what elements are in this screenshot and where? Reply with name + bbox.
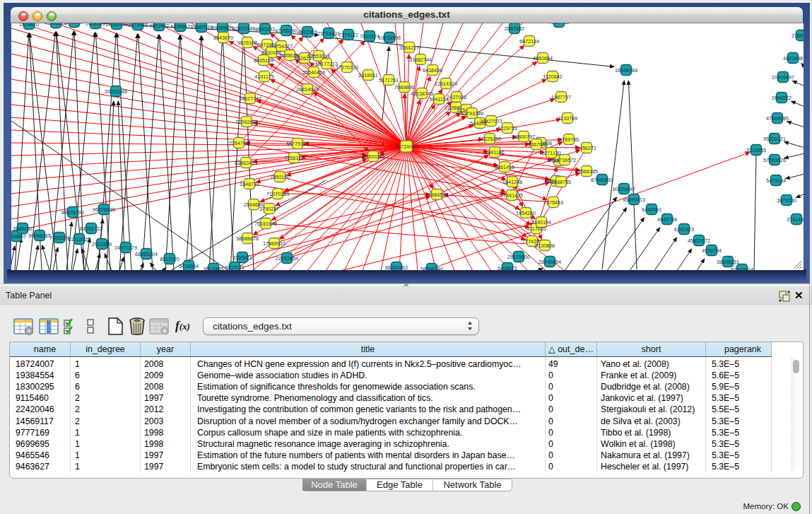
svg-text:4860684: 4860684 [533, 55, 553, 62]
svg-text:10872248: 10872248 [233, 25, 255, 32]
svg-text:4823498: 4823498 [783, 55, 803, 62]
svg-text:2140194: 2140194 [531, 219, 551, 226]
svg-text:3790237: 3790237 [259, 206, 279, 212]
svg-text:81016525: 81016525 [68, 236, 90, 243]
svg-text:63100814: 63100814 [731, 267, 753, 270]
svg-text:9517485: 9517485 [204, 266, 223, 270]
svg-text:6543670: 6543670 [213, 35, 233, 41]
svg-text:2571945: 2571945 [128, 23, 148, 28]
svg-text:96028436: 96028436 [93, 206, 115, 213]
svg-text:38538251: 38538251 [717, 259, 739, 265]
svg-text:4539704: 4539704 [702, 247, 722, 254]
svg-text:1120642: 1120642 [543, 74, 562, 80]
svg-text:57683626: 57683626 [763, 157, 786, 163]
svg-text:2458591: 2458591 [86, 23, 105, 27]
svg-text:2087682: 2087682 [505, 25, 524, 32]
svg-text:18724007: 18724007 [395, 144, 418, 150]
svg-text:1987737: 1987737 [551, 94, 571, 100]
svg-text:2166941: 2166941 [792, 33, 804, 39]
svg-text:38688676: 38688676 [236, 235, 259, 242]
svg-text:3741438: 3741438 [787, 216, 804, 223]
svg-text:5479144: 5479144 [766, 177, 786, 184]
svg-text:5418934: 5418934 [179, 263, 199, 269]
svg-text:8612220: 8612220 [160, 256, 180, 262]
svg-text:4903402: 4903402 [149, 23, 169, 29]
svg-text:3215955: 3215955 [746, 147, 766, 153]
svg-text:3684052: 3684052 [13, 226, 33, 232]
svg-text:20709497: 20709497 [772, 74, 794, 81]
svg-text:7358113: 7358113 [284, 155, 303, 161]
svg-text:87490893: 87490893 [591, 177, 613, 183]
svg-text:88320463: 88320463 [385, 264, 408, 270]
svg-text:60929647: 60929647 [613, 186, 635, 192]
svg-text:95320121: 95320121 [763, 136, 786, 142]
svg-text:65177213: 65177213 [315, 61, 338, 67]
svg-text:39587039: 39587039 [190, 24, 213, 30]
svg-text:89978790: 89978790 [61, 209, 84, 216]
svg-text:5456272: 5456272 [577, 145, 596, 151]
svg-text:27566185: 27566185 [575, 168, 598, 175]
svg-text:17270733: 17270733 [336, 64, 358, 71]
svg-text:90048665: 90048665 [28, 233, 51, 239]
svg-text:6672134: 6672134 [519, 38, 539, 45]
svg-text:75181648: 75181648 [254, 221, 277, 227]
svg-text:5171761: 5171761 [379, 77, 399, 83]
svg-text:28814949: 28814949 [296, 86, 319, 93]
svg-text:28740864: 28740864 [539, 259, 561, 265]
svg-text:97225156: 97225156 [478, 136, 501, 142]
svg-text:8090293: 8090293 [255, 26, 275, 33]
svg-text:38427073: 38427073 [480, 118, 502, 124]
svg-text:6229731: 6229731 [498, 125, 517, 132]
svg-text:19218506: 19218506 [378, 35, 401, 41]
svg-text:4612365: 4612365 [298, 29, 317, 35]
svg-text:5041154: 5041154 [429, 96, 448, 103]
svg-text:19384554: 19384554 [425, 192, 448, 198]
svg-text:15300295: 15300295 [362, 153, 384, 160]
svg-text:12614124: 12614124 [435, 81, 457, 87]
svg-text:1841248: 1841248 [502, 179, 522, 185]
svg-text:71367643: 71367643 [525, 141, 548, 148]
svg-text:1981186: 1981186 [485, 149, 504, 156]
svg-text:7455324: 7455324 [49, 235, 69, 241]
svg-text:9626108: 9626108 [237, 40, 257, 46]
svg-text:4769795: 4769795 [559, 136, 579, 143]
svg-text:29175900: 29175900 [507, 254, 530, 260]
svg-text:7089806: 7089806 [394, 84, 414, 90]
svg-text:4842788: 4842788 [657, 216, 677, 223]
svg-text:7550190: 7550190 [270, 174, 290, 180]
svg-text:16548784: 16548784 [615, 67, 637, 74]
svg-text:6440561: 6440561 [642, 206, 661, 213]
svg-text:83863413: 83863413 [235, 160, 257, 166]
svg-text:8688755: 8688755 [551, 179, 571, 185]
svg-text:68353204: 68353204 [135, 251, 158, 257]
svg-text:24972279: 24972279 [114, 245, 137, 251]
svg-text:6438436: 6438436 [423, 67, 442, 74]
svg-text:3341057: 3341057 [64, 23, 84, 25]
svg-text:84252722: 84252722 [80, 226, 102, 232]
svg-text:19736572: 19736572 [553, 157, 576, 163]
svg-text:5130808: 5130808 [535, 243, 555, 249]
svg-text:1848731: 1848731 [240, 181, 259, 187]
svg-text:95899313: 95899313 [623, 197, 645, 203]
svg-text:58586340: 58586340 [420, 266, 443, 270]
svg-text:6271130: 6271130 [541, 150, 560, 156]
svg-text:6261415: 6261415 [495, 164, 514, 170]
svg-text:68800797: 68800797 [512, 134, 535, 140]
svg-text:2437026: 2437026 [447, 94, 466, 100]
svg-text:66775103: 66775103 [286, 141, 309, 147]
svg-text:20053346: 20053346 [105, 88, 127, 95]
svg-text:7022674: 7022674 [360, 33, 379, 40]
svg-text:17869910: 17869910 [263, 240, 286, 247]
svg-text:22201654: 22201654 [276, 255, 298, 262]
svg-text:2375453: 2375453 [543, 199, 563, 206]
svg-text:7350753: 7350753 [549, 23, 569, 25]
svg-text:34627347: 34627347 [239, 95, 261, 102]
svg-text:71070189: 71070189 [266, 191, 289, 197]
svg-text:72092888: 72092888 [235, 119, 258, 125]
svg-text:2694522: 2694522 [772, 95, 792, 101]
svg-text:4335942: 4335942 [170, 23, 190, 30]
svg-text:2921859: 2921859 [92, 241, 112, 247]
svg-text:47295260: 47295260 [275, 28, 298, 34]
svg-text:14265799: 14265799 [105, 23, 128, 28]
svg-text:47308985: 47308985 [766, 115, 789, 122]
